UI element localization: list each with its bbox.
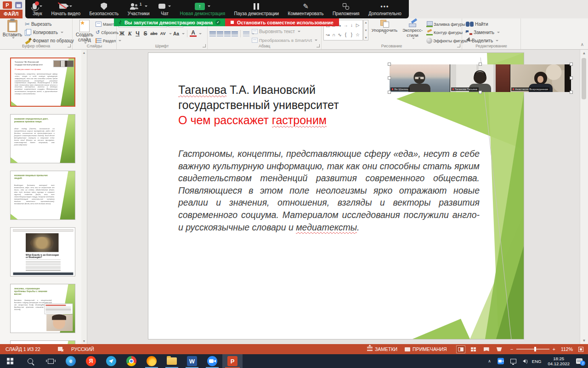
zoom-pause-share-button[interactable]: Пауза демонстрации	[234, 0, 279, 18]
quick-styles-button[interactable]: Экспресс-стили	[400, 20, 425, 39]
italic-button[interactable]: К	[126, 30, 133, 37]
taskbar-app-explorer[interactable]	[162, 354, 182, 368]
save-icon[interactable]	[15, 2, 22, 8]
notification-center-button[interactable]: 2	[573, 354, 588, 368]
cut-button[interactable]: Вырезать	[25, 21, 74, 28]
justify-button[interactable]	[232, 31, 238, 36]
stop-share-button[interactable]: Остановить совместное использование	[225, 18, 339, 26]
shape-brace-right-icon[interactable]: }	[349, 30, 355, 40]
selection-handle[interactable]	[570, 63, 573, 66]
align-center-button[interactable]	[217, 31, 223, 36]
taskbar-app-firefox[interactable]	[141, 354, 162, 368]
scroll-down-icon[interactable]: ▼	[83, 339, 86, 343]
shape-star-icon[interactable]: ☆	[355, 30, 361, 40]
selection-handle[interactable]	[388, 91, 391, 94]
new-slide-button[interactable]: Создать слайд	[74, 20, 95, 44]
scroll-down-icon[interactable]: ▼	[582, 339, 586, 343]
scrollbar-thumb[interactable]	[582, 58, 586, 99]
zoom-in-button[interactable]: +	[553, 346, 555, 352]
zoom-more-button[interactable]: ••• Дополнительно	[368, 0, 401, 18]
find-button[interactable]: Найти	[466, 21, 500, 28]
language-indicator[interactable]: РУССКИЙ	[71, 346, 94, 352]
slideshow-view-button[interactable]	[495, 345, 504, 353]
shape-scribble-icon[interactable]: ↝	[325, 30, 331, 40]
zoom-slider[interactable]	[516, 349, 549, 350]
shape-arrow-down-icon[interactable]: ↓	[349, 21, 355, 30]
comments-button[interactable]: ПРИМЕЧАНИЯ	[405, 346, 447, 352]
selection-handle[interactable]	[570, 91, 573, 94]
zoom-chat-button[interactable]: Чат	[158, 0, 171, 18]
shape-brace-left-icon[interactable]: {	[343, 30, 349, 40]
taskbar-app-powerpoint[interactable]: P	[222, 354, 243, 368]
shape-arc-icon[interactable]: ∩	[331, 30, 337, 40]
shapes-gallery-scroll[interactable]: ▲▼▼	[363, 20, 368, 40]
taskbar-app-telegram[interactable]	[101, 354, 121, 368]
dialog-launcher-icon[interactable]	[457, 44, 460, 47]
character-spacing-button[interactable]: AV	[159, 31, 167, 36]
align-text-button[interactable]: Выровнять текст	[252, 28, 317, 35]
select-button[interactable]: Выделить	[466, 37, 500, 44]
slide-thumbnail-3[interactable]: 3 названия пищевых привычек людей: bival…	[10, 171, 75, 220]
shape-curve-icon[interactable]: ∿	[337, 30, 343, 40]
underline-button[interactable]: Ч	[134, 30, 141, 37]
strikethrough-button[interactable]: S	[142, 30, 149, 37]
collapse-ribbon-chevron[interactable]: ∧	[581, 42, 584, 47]
chevron-down-icon[interactable]	[168, 6, 171, 7]
taskbar-app-edge[interactable]: e	[61, 354, 81, 368]
slide-thumbnail-5[interactable]: 5 лексемы, отражающие проблемы борьбы с …	[10, 284, 75, 333]
slide-thumbnail-1[interactable]: 1 Таганова Т.А. Ивановский государственн…	[10, 58, 75, 107]
fit-to-window-button[interactable]	[578, 347, 583, 352]
zoom-start-video-button[interactable]: Начать видео	[51, 0, 80, 18]
chevron-down-icon[interactable]	[208, 6, 210, 7]
zoom-level[interactable]: 112%	[561, 346, 573, 352]
shape-callout-icon[interactable]: ▷	[355, 21, 361, 30]
dialog-launcher-icon[interactable]	[317, 44, 320, 47]
zoom-participants-button[interactable]: 1 Участники	[128, 0, 150, 18]
zoom-slider-thumb[interactable]	[534, 347, 536, 351]
zoom-video-strip[interactable]: Ян Шэнянь Таганова Татьяна Анастасия Воз…	[390, 64, 571, 92]
paste-button[interactable]: Вставить	[2, 20, 23, 39]
chevron-down-icon[interactable]	[40, 6, 42, 7]
replace-button[interactable]: Заменить	[466, 29, 500, 36]
clock[interactable]: 18:25 04.12.2022	[544, 354, 573, 368]
spellcheck-button[interactable]	[58, 346, 64, 352]
dialog-launcher-icon[interactable]	[68, 44, 71, 47]
align-right-button[interactable]	[224, 31, 231, 36]
file-tab[interactable]: ФАЙЛ	[0, 10, 23, 18]
participant-video-2[interactable]: Таганова Татьяна	[450, 64, 511, 92]
taskbar-app-zoom[interactable]	[202, 354, 222, 368]
participant-video-3[interactable]: Анастасия Возрожденная	[510, 64, 571, 92]
selection-handle[interactable]	[479, 63, 482, 66]
normal-view-button[interactable]	[456, 345, 465, 353]
taskbar-app-chrome[interactable]	[121, 354, 141, 368]
format-painter-button[interactable]: Формат по образцу	[25, 37, 74, 44]
taskbar-search-button[interactable]	[20, 354, 40, 368]
input-language[interactable]: ENG	[529, 354, 545, 368]
slide[interactable]: Таганова Т.А. Ивановский государственный…	[148, 53, 524, 339]
slide-thumbnail-6[interactable]: 6 ЛЕКСЕМЫ, ИЛЛЮСТРИРУЮЩИЕ	[10, 340, 75, 344]
tray-expand-button[interactable]: ∧	[485, 354, 494, 368]
selection-handle[interactable]	[479, 91, 482, 94]
tray-zoom-button[interactable]	[494, 354, 507, 368]
thumbnail-scrollbar[interactable]: ▲ ▼	[81, 50, 87, 344]
selection-handle[interactable]	[388, 76, 391, 80]
scroll-up-icon[interactable]: ▲	[582, 51, 586, 55]
tray-volume-button[interactable]	[520, 354, 529, 368]
taskbar-app-word[interactable]: W	[182, 354, 202, 368]
selection-handle[interactable]	[570, 76, 573, 80]
slide-thumbnail-4[interactable]: 4 What Exactly is an Ostrovegan or Bival…	[10, 227, 75, 276]
convert-smartart-button[interactable]: Преобразовать в SmartArt	[252, 37, 317, 44]
reading-view-button[interactable]	[482, 345, 491, 353]
zoom-apps-button[interactable]: Приложения	[333, 0, 360, 18]
zoom-new-share-button[interactable]: ↑ Новая демонстрация	[180, 0, 226, 18]
participant-video-1[interactable]: Ян Шэнянь	[390, 64, 450, 92]
shape-arrow-right-icon[interactable]: →	[343, 21, 349, 30]
columns-button[interactable]	[243, 31, 249, 36]
notes-button[interactable]: ЗАМЕТКИ	[367, 346, 397, 352]
bold-button[interactable]: Ж	[119, 30, 125, 37]
slide-thumbnail-2[interactable]: 2 названия определенных диет, режимов пр…	[10, 114, 75, 163]
start-button[interactable]	[0, 354, 20, 368]
font-color-button[interactable]: A	[190, 30, 197, 37]
chevron-down-icon[interactable]	[69, 6, 72, 7]
slide-sorter-view-button[interactable]	[469, 345, 478, 353]
